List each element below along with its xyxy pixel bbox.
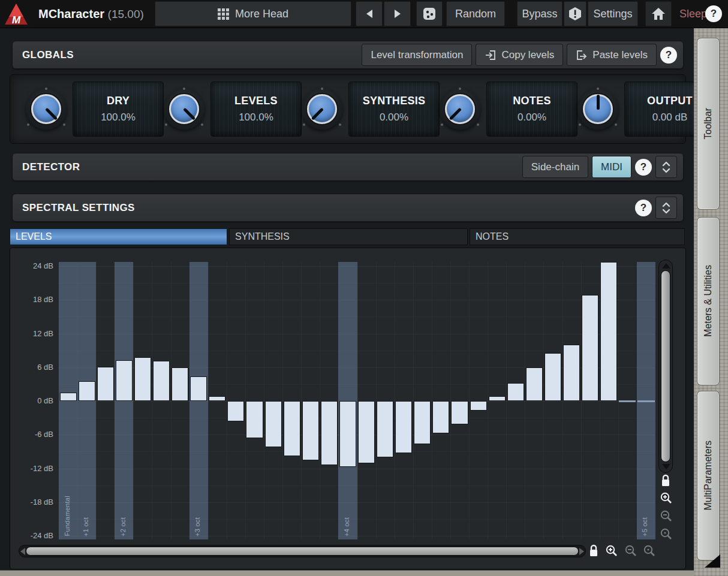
harmonic-bar-14[interactable] (302, 401, 319, 460)
previous-preset-button[interactable] (356, 1, 383, 26)
harmonic-bar-17[interactable] (358, 401, 375, 463)
lock-icon[interactable] (660, 474, 671, 487)
harmonic-bar-27[interactable] (545, 353, 561, 401)
scroll-left-icon[interactable] (20, 548, 25, 555)
collapse-toggle-button[interactable] (655, 197, 677, 219)
scroll-right-icon[interactable] (579, 548, 584, 555)
zoom-out-icon[interactable] (624, 544, 637, 557)
tab-notes[interactable]: NOTES (470, 228, 685, 245)
harmonic-bar-8[interactable] (190, 376, 207, 401)
dry-display[interactable]: DRY 100.0% (73, 82, 164, 137)
notes-knob[interactable] (440, 89, 480, 129)
notes-display[interactable]: NOTES 0.00% (486, 82, 577, 137)
harmonic-bar-4[interactable] (116, 360, 133, 401)
random-button[interactable]: Random (446, 1, 505, 26)
levels-display[interactable]: LEVELS 100.0% (210, 82, 302, 137)
harmonic-bar-21[interactable] (432, 401, 449, 433)
zoom-in-icon[interactable] (660, 491, 673, 505)
chevron-up-down-icon (662, 201, 670, 215)
side-chain-button[interactable]: Side-chain (522, 156, 588, 178)
levels-chart-panel: 24 dB18 dB12 dB6 dB0 dB-6 dB-12 dB-18 dB… (10, 248, 686, 569)
chevron-up-down-icon (662, 161, 670, 174)
levels-label: LEVELS (234, 95, 278, 107)
detector-section-header[interactable]: DETECTOR Side-chain MIDI ? (12, 153, 684, 181)
zoom-to-fit-icon[interactable] (660, 527, 673, 541)
harmonic-bar-12[interactable] (265, 401, 282, 447)
synthesis-value: 0.00% (380, 111, 408, 123)
harmonic-bar-23[interactable] (470, 401, 487, 411)
help-icon[interactable]: ? (660, 47, 677, 64)
harmonic-bar-30[interactable] (600, 262, 617, 401)
harmonic-bar-32[interactable] (637, 400, 654, 402)
help-icon[interactable]: ? (635, 200, 652, 216)
paste-levels-button[interactable]: Paste levels (567, 44, 657, 66)
limiter-warning-button[interactable] (564, 1, 586, 26)
home-button[interactable] (645, 1, 672, 26)
tab-levels[interactable]: LEVELS (10, 228, 227, 245)
harmonic-bar-24[interactable] (489, 396, 506, 401)
copy-levels-button[interactable]: Copy levels (476, 44, 563, 66)
spectral-settings-section-header[interactable]: SPECTRAL SETTINGS ? (12, 194, 684, 222)
random-label: Random (455, 8, 496, 20)
settings-button[interactable]: Settings (588, 1, 638, 26)
horizontal-scrollbar[interactable] (19, 545, 586, 557)
harmonic-bar-2[interactable] (79, 381, 95, 401)
zoom-in-icon[interactable] (605, 544, 618, 557)
collapse-toggle-button[interactable] (655, 156, 677, 178)
harmonic-bar-31[interactable] (619, 400, 636, 402)
tab-synthesis[interactable]: SYNTHESIS (229, 228, 468, 245)
synthesis-knob[interactable] (302, 89, 342, 129)
detector-title: DETECTOR (22, 161, 80, 173)
harmonic-bar-16[interactable] (339, 401, 356, 467)
harmonic-bar-3[interactable] (97, 367, 114, 401)
zoom-to-fit-icon[interactable] (643, 544, 656, 557)
harmonic-bar-10[interactable] (227, 401, 244, 421)
rail-tab-multiparameters[interactable]: MultiParameters (697, 391, 720, 560)
harmonic-bar-26[interactable] (526, 367, 543, 401)
levels-knob[interactable] (164, 89, 204, 129)
harmonic-bar-28[interactable] (563, 345, 580, 401)
scroll-up-icon[interactable] (662, 263, 670, 269)
harmonic-bar-6[interactable] (153, 361, 170, 401)
harmonic-bar-29[interactable] (582, 295, 598, 401)
level-transformation-label: Level transformation (371, 49, 463, 61)
rail-tab-toolbar[interactable]: Toolbar (697, 38, 720, 210)
harmonic-bar-5[interactable] (134, 357, 151, 401)
midi-button[interactable]: MIDI (592, 156, 631, 178)
horizontal-scroll-thumb[interactable] (26, 547, 579, 556)
vertical-scrollbar[interactable] (658, 260, 673, 473)
harmonic-bar-25[interactable] (507, 383, 524, 401)
harmonic-levels-plot[interactable]: Fundamental+1 oct+2 oct+3 oct+4 oct+5 oc… (59, 262, 655, 539)
next-preset-button[interactable] (384, 1, 411, 26)
dry-knob[interactable] (26, 89, 67, 129)
copy-levels-label: Copy levels (501, 49, 554, 61)
level-transformation-button[interactable]: Level transformation (362, 44, 472, 66)
rail-tab-meters-utilities[interactable]: Meters & Utilities (697, 217, 720, 385)
more-head-button[interactable]: More Head (155, 1, 351, 26)
harmonic-bar-7[interactable] (172, 367, 188, 401)
randomize-dice-button[interactable] (416, 1, 443, 26)
harmonic-bar-19[interactable] (395, 401, 412, 453)
melda-logo-icon[interactable]: M (4, 2, 29, 26)
harmonic-bar-20[interactable] (414, 401, 431, 444)
output-knob[interactable] (577, 89, 618, 129)
help-icon[interactable]: ? (705, 5, 722, 22)
harmonic-bar-15[interactable] (321, 401, 338, 465)
bypass-button[interactable]: Bypass (517, 1, 562, 26)
lock-icon[interactable] (588, 544, 599, 557)
globals-section-header[interactable]: GLOBALS Level transformation Copy levels (12, 41, 684, 69)
harmonic-bar-1[interactable] (60, 393, 77, 401)
right-panel-rail: Toolbar Meters & Utilities MultiParamete… (694, 28, 728, 576)
zoom-out-icon[interactable] (660, 509, 673, 523)
synthesis-display[interactable]: SYNTHESIS 0.00% (348, 82, 440, 137)
resize-handle[interactable] (705, 554, 720, 568)
harmonic-bar-13[interactable] (284, 401, 300, 456)
help-icon[interactable]: ? (635, 159, 652, 176)
scroll-down-icon[interactable] (662, 464, 670, 469)
harmonic-bar-18[interactable] (377, 401, 393, 457)
harmonic-bar-9[interactable] (209, 396, 225, 401)
harmonic-bar-11[interactable] (246, 401, 263, 438)
notes-knob-group: NOTES 0.00% (440, 82, 577, 137)
vertical-scroll-thumb[interactable] (661, 270, 670, 462)
harmonic-bar-22[interactable] (451, 401, 468, 424)
